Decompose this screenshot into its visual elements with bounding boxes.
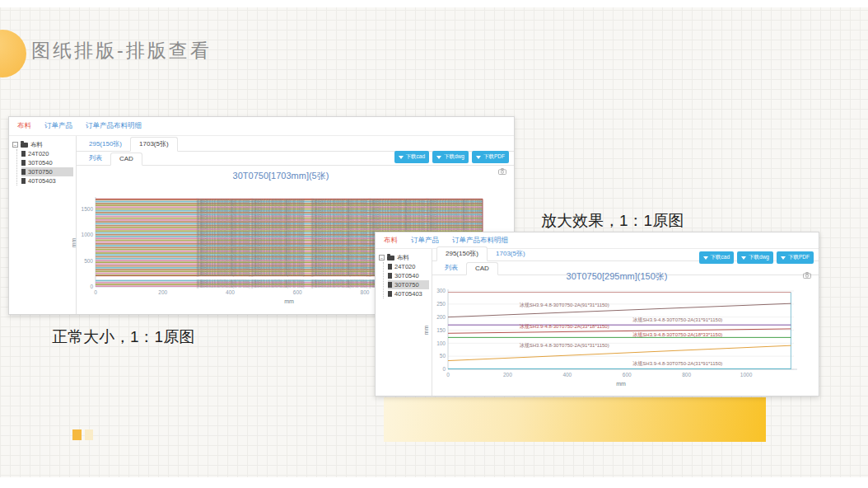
tree-children: 24T02030T054030T075040T05403: [16, 149, 73, 185]
tree-children: 24T02030T054030T075040T05403: [383, 262, 429, 298]
file-icon: [388, 291, 392, 297]
svg-text:800: 800: [361, 289, 370, 295]
win2-export-bar: 下载cad下载dwg下载PDF: [699, 251, 814, 264]
svg-text:冰规SH3.9-4.8-30T0750-2A(91*31*1: 冰规SH3.9-4.8-30T0750-2A(91*31*1150) 冰规SH3…: [311, 198, 483, 202]
download-icon: [476, 156, 481, 159]
svg-text:1000: 1000: [82, 232, 94, 237]
download-button[interactable]: 下载cad: [699, 251, 734, 264]
top-strip: [0, 0, 868, 7]
tree-item[interactable]: 30T0750: [21, 167, 73, 176]
folder-icon: [387, 256, 394, 260]
win1-export-bar: 下载cad下载dwg下载PDF: [394, 151, 509, 163]
download-button-label: 下载PDF: [788, 254, 810, 261]
window-zoomed: 布料订单产品订单产品布料明细 −布料24T02030T054030T075040…: [375, 232, 819, 396]
svg-text:200: 200: [436, 314, 446, 320]
chart-title: 30T0750[1703mm](5张): [67, 170, 495, 182]
tree-root-label: 布料: [30, 141, 43, 149]
download-icon: [703, 256, 708, 260]
svg-text:mm: mm: [71, 238, 77, 248]
svg-text:冰规SH3.9-4.8-30T0750-2A(33*18*1: 冰规SH3.9-4.8-30T0750-2A(33*18*1150): [520, 323, 609, 330]
svg-text:1500: 1500: [82, 206, 94, 212]
svg-text:150: 150: [436, 327, 446, 333]
file-icon: [388, 282, 392, 288]
tree-item-label: 40T05403: [28, 177, 56, 185]
download-icon: [781, 256, 786, 260]
download-button[interactable]: 下载PDF: [472, 151, 509, 163]
caption-normal-size: 正常大小，1：1原图: [52, 326, 194, 348]
tree-collapse-icon[interactable]: −: [379, 255, 385, 260]
svg-text:冰规SH3.9-4.8-30T0750-2A(91*31*1: 冰规SH3.9-4.8-30T0750-2A(91*31*1150): [520, 302, 609, 308]
download-icon: [741, 256, 746, 260]
view-tab[interactable]: CAD: [110, 152, 142, 166]
accent-circle: [0, 30, 26, 77]
size-tab[interactable]: 295(150张): [81, 138, 130, 151]
nav-tab[interactable]: 订单产品: [411, 236, 439, 246]
svg-text:600: 600: [623, 372, 632, 378]
svg-text:800: 800: [682, 372, 691, 378]
svg-text:300: 300: [436, 288, 446, 293]
tree-item[interactable]: 30T0540: [21, 158, 73, 167]
svg-text:200: 200: [158, 289, 167, 295]
svg-text:mm: mm: [423, 326, 429, 336]
svg-text:冰规SH3.9-4.8-30T0750-2A(31*91*1: 冰规SH3.9-4.8-30T0750-2A(31*91*1150): [632, 317, 722, 323]
caption-zoom-effect: 放大效果，1：1原图: [541, 210, 684, 232]
folder-icon: [21, 143, 28, 148]
layout-chart-zoomed: 02004006008001000050100150200250300mmmm冰…: [423, 284, 810, 392]
svg-text:500: 500: [84, 258, 93, 264]
tree-item-label: 24T020: [28, 150, 49, 157]
download-button-label: 下载dwg: [444, 153, 464, 161]
file-icon: [21, 151, 26, 157]
nav-tab[interactable]: 订单产品布料明细: [86, 121, 142, 131]
win1-size-tabs: 295(150张)1703(5张): [77, 136, 514, 152]
camera-icon[interactable]: [803, 267, 811, 282]
camera-icon[interactable]: [498, 163, 506, 178]
tree-root-label: 布料: [397, 254, 409, 262]
svg-text:0: 0: [446, 372, 450, 378]
svg-text:mm: mm: [616, 381, 626, 387]
tree-collapse-icon[interactable]: −: [12, 142, 18, 148]
tree-root[interactable]: −布料: [12, 140, 73, 149]
page-title: 图纸排版-排版查看: [31, 38, 212, 63]
svg-text:100: 100: [436, 340, 446, 346]
svg-text:冰规SH3.9-4.8-30T0750-2A(18*33*1: 冰规SH3.9-4.8-30T0750-2A(18*33*1150): [632, 331, 722, 338]
svg-text:0: 0: [94, 289, 97, 295]
tree-item[interactable]: 40T05403: [21, 176, 73, 185]
download-button[interactable]: 下载PDF: [777, 251, 814, 264]
svg-text:0: 0: [442, 366, 446, 372]
download-icon: [399, 156, 404, 159]
win1-nav-tabs: 布料订单产品订单产品布料明细: [9, 117, 514, 136]
tree-root[interactable]: −布料: [379, 253, 429, 262]
download-button[interactable]: 下载cad: [394, 151, 429, 163]
tree-item[interactable]: 24T020: [21, 149, 73, 158]
download-button-label: 下载dwg: [749, 254, 769, 261]
size-tab[interactable]: 1703(5张): [488, 247, 534, 260]
tree-item-label: 30T0750: [28, 168, 53, 176]
svg-text:400: 400: [226, 289, 235, 295]
nav-tab[interactable]: 布料: [17, 121, 31, 131]
nav-tab[interactable]: 订单产品: [44, 121, 72, 131]
size-tab[interactable]: 1703(5张): [130, 137, 178, 152]
decor-gradient-band: [384, 397, 766, 442]
svg-text:50: 50: [440, 353, 446, 359]
download-icon: [436, 156, 441, 159]
size-tab[interactable]: 295(150张): [436, 246, 488, 261]
svg-text:冰规SH3.9-4.8-30T0750-2A(91*31*1: 冰规SH3.9-4.8-30T0750-2A(91*31*1150) 冰规SH3…: [197, 198, 305, 202]
download-button-label: 下载cad: [406, 153, 425, 161]
tree-item-label: 30T0540: [28, 159, 53, 167]
download-button[interactable]: 下载dwg: [432, 151, 469, 163]
svg-text:冰规SH3.9-4.8-30T0750-2A(31*91*1: 冰规SH3.9-4.8-30T0750-2A(31*91*1150): [632, 360, 722, 367]
svg-text:冰规SH3.9-4.8-30T0750-2A(91*31*1: 冰规SH3.9-4.8-30T0750-2A(91*31*1150): [520, 342, 609, 349]
tree-item-label: 40T05403: [394, 290, 422, 298]
svg-text:冰规SH3.9-4.8-30T0750-2A(91*31*1: 冰规SH3.9-4.8-30T0750-2A(91*31*1150) 冰规SH3…: [197, 279, 305, 283]
view-tab[interactable]: 列表: [81, 152, 110, 165]
file-icon: [388, 264, 392, 270]
file-icon: [21, 178, 26, 184]
svg-text:1000: 1000: [740, 372, 753, 378]
nav-tab[interactable]: 订单产品布料明细: [452, 236, 508, 246]
download-button[interactable]: 下载dwg: [737, 251, 773, 264]
decor-square-orange: [72, 429, 82, 440]
file-icon: [21, 169, 26, 175]
nav-tab[interactable]: 布料: [384, 236, 398, 246]
svg-text:200: 200: [503, 372, 512, 378]
slide: 图纸排版-排版查看 正常大小，1：1原图 放大效果，1：1原图 布料订单产品订单…: [0, 0, 868, 488]
